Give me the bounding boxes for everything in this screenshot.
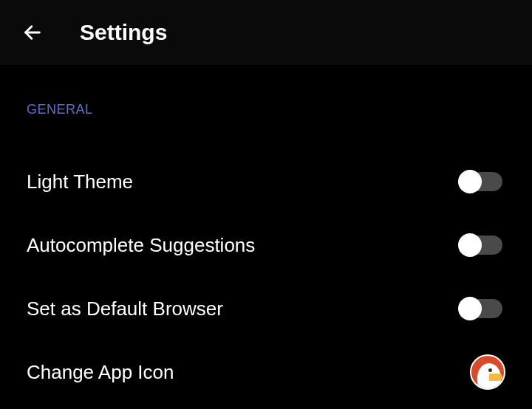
toggle-default-browser[interactable] bbox=[461, 297, 505, 320]
setting-label: Set as Default Browser bbox=[27, 298, 223, 320]
toggle-thumb bbox=[458, 233, 482, 257]
back-button[interactable] bbox=[15, 15, 50, 50]
toggle-light-theme[interactable] bbox=[461, 170, 505, 193]
setting-label: Light Theme bbox=[27, 171, 133, 193]
duckduckgo-icon bbox=[470, 354, 505, 390]
toggle-thumb bbox=[458, 170, 482, 193]
setting-row-default-browser[interactable]: Set as Default Browser bbox=[27, 277, 505, 340]
setting-label: Autocomplete Suggestions bbox=[27, 234, 255, 257]
settings-content: GENERAL Light Theme Autocomplete Suggest… bbox=[0, 65, 532, 404]
section-header-general: GENERAL bbox=[27, 102, 505, 117]
setting-row-change-app-icon[interactable]: Change App Icon bbox=[27, 340, 505, 404]
page-title: Settings bbox=[80, 20, 167, 45]
back-arrow-icon bbox=[22, 22, 43, 43]
setting-label: Change App Icon bbox=[27, 361, 174, 384]
setting-row-light-theme[interactable]: Light Theme bbox=[27, 150, 505, 213]
setting-row-autocomplete[interactable]: Autocomplete Suggestions bbox=[27, 213, 505, 277]
toggle-autocomplete[interactable] bbox=[461, 233, 505, 257]
toggle-thumb bbox=[458, 297, 482, 320]
header-bar: Settings bbox=[0, 0, 532, 65]
